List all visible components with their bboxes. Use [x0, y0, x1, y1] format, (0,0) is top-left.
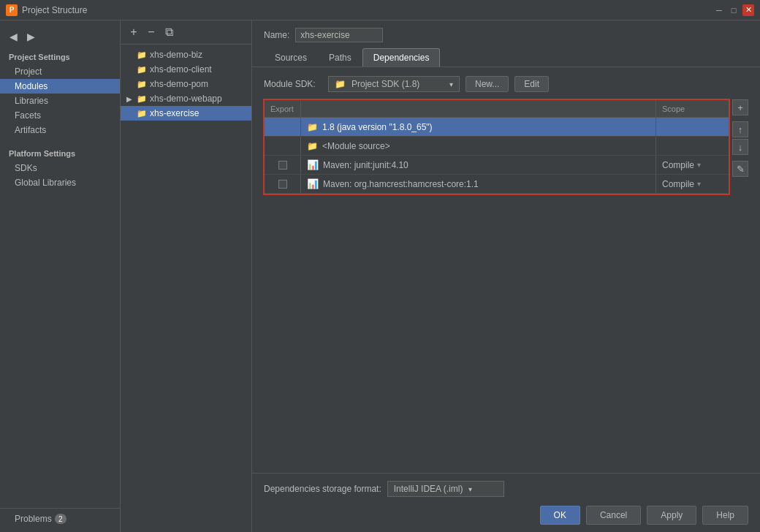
title-bar: P Project Structure ─ □ ✕ — [0, 0, 760, 20]
move-down-button[interactable]: ↓ — [732, 139, 748, 155]
sdk-value: Project SDK (1.8) — [352, 79, 419, 89]
dep-scope-arrow: ▾ — [697, 161, 701, 169]
sidebar-item-artifacts[interactable]: Artifacts — [0, 123, 120, 137]
tree-item-xhs-demo-pom[interactable]: 📁 xhs-demo-pom — [121, 77, 251, 91]
table-side-buttons: + ↑ ↓ ✎ — [732, 99, 748, 178]
tab-paths[interactable]: Paths — [318, 48, 362, 66]
tabs-row: Sources Paths Dependencies — [264, 48, 748, 66]
sidebar: ◀ ▶ Project Settings Project Modules Lib… — [0, 20, 121, 532]
sdk-edit-button[interactable]: Edit — [514, 76, 549, 92]
dep-scope-module-source — [656, 137, 729, 155]
module-tree-items: 📁 xhs-demo-biz 📁 xhs-demo-client 📁 xhs-d… — [121, 45, 251, 532]
tab-sources[interactable]: Sources — [264, 48, 318, 66]
dep-maven-icon: 📊 — [307, 178, 319, 189]
storage-dropdown[interactable]: IntelliJ IDEA (.iml) ▾ — [387, 481, 504, 497]
title-bar-text: Project Structure — [22, 5, 713, 15]
sdk-new-button[interactable]: New... — [466, 76, 509, 92]
dep-export-checkbox-junit[interactable] — [278, 161, 287, 170]
dep-scope-arrow: ▾ — [697, 180, 701, 188]
module-tree-toolbar: + − ⧉ — [121, 20, 251, 45]
dep-name-junit: 📊 Maven: junit:junit:4.10 — [301, 159, 656, 170]
module-folder-icon: 📁 — [137, 50, 147, 60]
content-header: Name: xhs-exercise Sources Paths Depende… — [252, 20, 760, 67]
module-folder-icon: 📁 — [137, 80, 147, 89]
dep-row-sdk[interactable]: 📁 1.8 (java version "1.8.0_65") — [265, 118, 729, 137]
nav-back-button[interactable]: ◀ — [6, 29, 20, 44]
dep-maven-icon: 📊 — [307, 159, 319, 170]
add-module-button[interactable]: + — [126, 25, 141, 39]
maximize-button[interactable]: □ — [728, 4, 740, 16]
content-panel: Name: xhs-exercise Sources Paths Depende… — [252, 20, 760, 532]
sdk-folder-icon: 📁 — [335, 79, 346, 89]
dep-table-header: Export Scope — [265, 100, 729, 118]
dep-export-sdk — [265, 118, 301, 136]
name-row: Name: xhs-exercise — [264, 28, 748, 42]
dep-table-body: 📁 1.8 (java version "1.8.0_65") 📁 <Modul… — [265, 118, 729, 194]
dep-export-junit[interactable] — [265, 156, 301, 174]
close-button[interactable]: ✕ — [742, 4, 754, 16]
dep-name-sdk: 📁 1.8 (java version "1.8.0_65") — [301, 122, 656, 132]
sidebar-item-libraries[interactable]: Libraries — [0, 94, 120, 108]
storage-row: Dependencies storage format: IntelliJ ID… — [264, 481, 748, 497]
col-scope-header: Scope — [656, 100, 729, 117]
project-settings-label: Project Settings — [0, 50, 120, 64]
sdk-label: Module SDK: — [264, 79, 322, 89]
sidebar-item-sdks[interactable]: SDKs — [0, 161, 120, 175]
title-bar-buttons: ─ □ ✕ — [713, 4, 754, 16]
ok-button[interactable]: OK — [540, 506, 580, 525]
dep-folder-icon: 📁 — [307, 122, 318, 132]
dep-row-module-source[interactable]: 📁 <Module source> — [265, 137, 729, 156]
dep-scope-dropdown-junit[interactable]: Compile ▾ — [662, 160, 701, 170]
minimize-button[interactable]: ─ — [713, 4, 725, 16]
storage-dropdown-arrow: ▾ — [468, 485, 472, 493]
sidebar-nav-buttons: ◀ ▶ — [0, 26, 120, 50]
sdk-dropdown-arrow: ▾ — [449, 80, 453, 88]
main-container: ◀ ▶ Project Settings Project Modules Lib… — [0, 20, 760, 532]
tree-item-xhs-demo-client[interactable]: 📁 xhs-demo-client — [121, 62, 251, 77]
dep-row-junit[interactable]: 📊 Maven: junit:junit:4.10 Compile ▾ — [265, 156, 729, 175]
problems-badge: 2 — [55, 514, 66, 524]
add-dep-button[interactable]: + — [732, 99, 748, 115]
remove-module-button[interactable]: − — [144, 25, 159, 39]
storage-label: Dependencies storage format: — [264, 484, 381, 494]
sidebar-item-modules[interactable]: Modules — [0, 79, 120, 94]
edit-dep-button[interactable]: ✎ — [732, 161, 748, 177]
dep-export-module-source — [265, 137, 301, 155]
bottom-buttons: OK Cancel Apply Help — [264, 506, 748, 525]
app-icon: P — [6, 4, 18, 16]
name-label: Name: — [264, 30, 289, 40]
sidebar-item-project[interactable]: Project — [0, 64, 120, 79]
dep-export-checkbox-hamcrest[interactable] — [278, 180, 287, 189]
module-folder-icon: 📁 — [137, 65, 147, 75]
nav-forward-button[interactable]: ▶ — [23, 29, 38, 44]
move-up-button[interactable]: ↑ — [732, 121, 748, 137]
dep-scope-hamcrest[interactable]: Compile ▾ — [656, 175, 729, 193]
dep-scope-sdk — [656, 118, 729, 136]
col-export-header: Export — [265, 100, 301, 117]
copy-module-button[interactable]: ⧉ — [162, 25, 176, 39]
dep-export-hamcrest[interactable] — [265, 175, 301, 193]
sidebar-item-global-libraries[interactable]: Global Libraries — [0, 175, 120, 190]
sdk-row: Module SDK: 📁 Project SDK (1.8) ▾ New...… — [264, 76, 748, 92]
sidebar-divider — [0, 508, 120, 509]
dep-row-hamcrest[interactable]: 📊 Maven: org.hamcrest:hamcrest-core:1.1 … — [265, 175, 729, 194]
name-input[interactable]: xhs-exercise — [295, 28, 383, 42]
help-button[interactable]: Help — [702, 506, 748, 525]
tree-item-xhs-demo-biz[interactable]: 📁 xhs-demo-biz — [121, 48, 251, 62]
tab-dependencies[interactable]: Dependencies — [362, 48, 441, 66]
apply-button[interactable]: Apply — [647, 506, 696, 525]
sdk-dropdown[interactable]: 📁 Project SDK (1.8) ▾ — [328, 76, 460, 92]
sidebar-item-facets[interactable]: Facets — [0, 108, 120, 123]
tree-item-xhs-exercise[interactable]: 📁 xhs-exercise — [121, 106, 251, 121]
tree-item-xhs-demo-webapp[interactable]: ▶ 📁 xhs-demo-webapp — [121, 91, 251, 106]
dep-name-module-source: 📁 <Module source> — [301, 141, 656, 151]
dep-table: Export Scope 📁 1.8 (java version "1.8.0_… — [264, 99, 729, 194]
bottom-area: Dependencies storage format: IntelliJ ID… — [252, 473, 760, 532]
sidebar-item-problems[interactable]: Problems 2 — [0, 512, 120, 526]
dep-name-hamcrest: 📊 Maven: org.hamcrest:hamcrest-core:1.1 — [301, 178, 656, 189]
dep-scope-junit[interactable]: Compile ▾ — [656, 156, 729, 174]
module-folder-icon: 📁 — [137, 109, 147, 118]
dependencies-panel: Module SDK: 📁 Project SDK (1.8) ▾ New...… — [252, 67, 760, 473]
dep-scope-dropdown-hamcrest[interactable]: Compile ▾ — [662, 179, 701, 189]
cancel-button[interactable]: Cancel — [586, 506, 641, 525]
